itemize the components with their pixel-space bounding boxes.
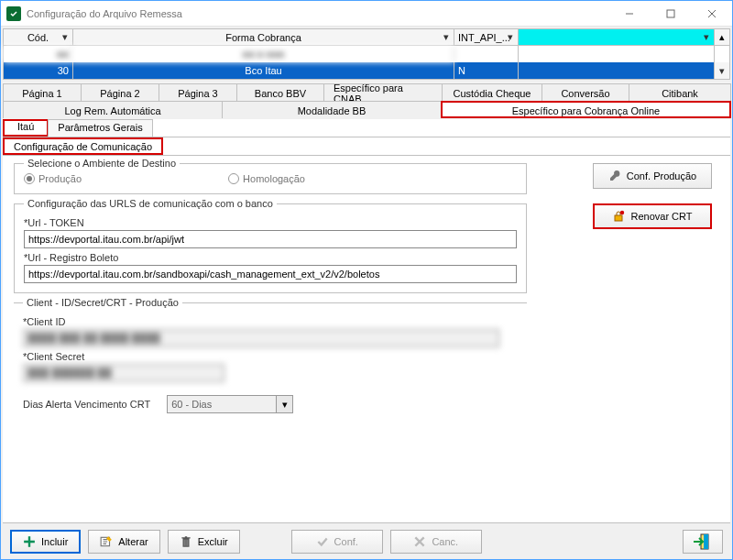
- cell-cod: 30: [4, 62, 73, 79]
- window-title: Configuração do Arquivo Remessa: [27, 8, 608, 19]
- form-left: Selecione o Ambiente de Destino Produção…: [14, 163, 527, 413]
- tab-cnab[interactable]: Específico para CNAB: [323, 83, 443, 101]
- excluir-label: Excluir: [198, 536, 228, 547]
- tab-conversao[interactable]: Conversão: [542, 83, 629, 101]
- remittance-grid: Cód.▾ Forma Cobrança▾ INT_API_...▾ ▾ ▴ ■…: [3, 28, 730, 80]
- chevron-down-icon[interactable]: ▾: [60, 31, 71, 42]
- svg-rect-5: [615, 215, 622, 221]
- titlebar: Configuração do Arquivo Remessa: [1, 1, 732, 27]
- tab-log-rem[interactable]: Log Rem. Automática: [3, 101, 223, 118]
- fieldset-client: Client - ID/Secret/CRT - Produção *Clien…: [14, 302, 527, 413]
- col-header-int[interactable]: INT_API_...▾: [454, 29, 519, 46]
- grid-header: Cód.▾ Forma Cobrança▾ INT_API_...▾ ▾ ▴: [4, 29, 729, 46]
- tabs-level2: Log Rem. Automática Modalidade BB Especí…: [3, 100, 730, 117]
- bottom-toolbar: Incluir Alterar Excluir Conf. Canc.: [3, 522, 730, 559]
- dias-crt-value: 60 - Dias: [167, 395, 277, 413]
- conf-button: Conf.: [291, 530, 383, 554]
- app-window: Configuração do Arquivo Remessa Cód.▾ Fo…: [0, 0, 733, 560]
- app-icon: [6, 6, 21, 21]
- scroll-up-icon[interactable]: ▴: [715, 29, 729, 46]
- svg-rect-9: [704, 534, 708, 549]
- tabs-level1: Página 1 Página 2 Página 3 Banco BBV Esp…: [3, 82, 730, 100]
- table-row[interactable]: ■■ ■■ ■ ■■■: [4, 46, 729, 62]
- cell-cod: ■■: [4, 46, 73, 62]
- tab-banco-bbv[interactable]: Banco BBV: [236, 83, 324, 101]
- radio-producao-label: Produção: [38, 173, 82, 184]
- exit-icon: [693, 533, 713, 550]
- chevron-down-icon[interactable]: ▾: [277, 395, 293, 413]
- fieldset-urls: Configuração das URLS de comunicação com…: [14, 203, 527, 293]
- chevron-down-icon[interactable]: ▾: [505, 31, 516, 42]
- incluir-button[interactable]: Incluir: [10, 530, 81, 554]
- cell-int: N: [454, 62, 519, 79]
- tab-pagina1[interactable]: Página 1: [3, 83, 82, 101]
- cell-blank: [519, 46, 715, 62]
- tab-pagina2[interactable]: Página 2: [81, 83, 159, 101]
- label-client-id: *Client ID: [23, 316, 518, 327]
- fieldset-ambiente: Selecione o Ambiente de Destino Produção…: [14, 163, 527, 194]
- col-header-cod-label: Cód.: [27, 32, 49, 43]
- url-token-input[interactable]: [24, 230, 517, 248]
- exit-button[interactable]: [683, 530, 723, 554]
- tabs-level3: Itaú Parâmetros Gerais: [3, 119, 730, 137]
- radio-circle-icon: [228, 173, 239, 184]
- scrollbar[interactable]: [715, 46, 729, 62]
- excluir-button[interactable]: Excluir: [168, 530, 240, 554]
- tab-cobranca-online[interactable]: Específico para Cobrança Online: [441, 101, 731, 118]
- legend-urls: Configuração das URLS de comunicação com…: [24, 198, 277, 209]
- check-icon: [316, 535, 329, 548]
- legend-ambiente: Selecione o Ambiente de Destino: [24, 158, 180, 169]
- alterar-label: Alterar: [118, 536, 148, 547]
- legend-client: Client - ID/Secret/CRT - Produção: [23, 297, 182, 308]
- radio-circle-icon: [24, 173, 35, 184]
- wrench-icon: [608, 170, 621, 182]
- client-secret-input[interactable]: [23, 364, 224, 382]
- incluir-label: Incluir: [41, 536, 68, 547]
- tab-config-comunicacao[interactable]: Configuração de Comunicação: [3, 137, 163, 155]
- canc-button: Canc.: [390, 530, 482, 554]
- tab-citibank[interactable]: Citibank: [629, 83, 731, 101]
- conf-label: Conf.: [334, 536, 358, 547]
- label-client-secret: *Client Secret: [23, 351, 518, 362]
- maximize-button[interactable]: [650, 1, 691, 27]
- url-boleto-input[interactable]: [24, 265, 517, 283]
- close-button[interactable]: [691, 1, 732, 27]
- conf-producao-label: Conf. Produção: [627, 170, 696, 181]
- label-dias-crt: Dias Alerta Vencimento CRT: [23, 399, 150, 410]
- cell-forma: Bco Itau: [73, 62, 454, 79]
- table-row-selected[interactable]: 30 Bco Itau N ▾: [4, 62, 729, 79]
- plus-icon: [23, 535, 36, 548]
- label-url-token: *Url - TOKEN: [24, 217, 517, 228]
- tab-parametros-gerais[interactable]: Parâmetros Gerais: [48, 119, 152, 137]
- client-id-input[interactable]: [23, 329, 499, 347]
- tab-modalidade-bb[interactable]: Modalidade BB: [222, 101, 442, 118]
- col-header-cod[interactable]: Cód.▾: [4, 29, 73, 46]
- canc-label: Canc.: [432, 536, 458, 547]
- tab-itau[interactable]: Itaú: [3, 119, 49, 137]
- minimize-button[interactable]: [608, 1, 650, 27]
- alterar-button[interactable]: Alterar: [88, 530, 159, 554]
- tabs-level4: Configuração de Comunicação: [3, 137, 730, 156]
- content-area: Cód.▾ Forma Cobrança▾ INT_API_...▾ ▾ ▴ ■…: [1, 27, 732, 559]
- renovar-crt-button[interactable]: Renovar CRT: [593, 203, 712, 229]
- cell-blank: [519, 62, 715, 79]
- cell-forma: ■■ ■ ■■■: [73, 46, 454, 62]
- side-buttons: Conf. Produção Renovar CRT: [593, 163, 712, 229]
- chevron-down-icon[interactable]: ▾: [441, 31, 452, 42]
- lock-refresh-icon: [612, 210, 625, 223]
- radio-homologacao[interactable]: Homologação: [228, 173, 305, 184]
- scroll-down-icon[interactable]: ▾: [715, 62, 729, 79]
- col-header-forma[interactable]: Forma Cobrança▾: [73, 29, 454, 46]
- cell-int: [454, 46, 519, 62]
- col-header-blank[interactable]: ▾: [519, 29, 715, 46]
- renovar-crt-label: Renovar CRT: [630, 211, 692, 222]
- svg-rect-2: [667, 10, 674, 17]
- tab-custodia[interactable]: Custódia Cheque: [442, 83, 542, 101]
- radio-producao[interactable]: Produção: [24, 173, 82, 184]
- dias-crt-select[interactable]: 60 - Dias ▾: [167, 395, 293, 413]
- tab-pagina3[interactable]: Página 3: [159, 83, 237, 101]
- label-url-boleto: *Url - Registro Boleto: [24, 252, 517, 263]
- col-header-forma-label: Forma Cobrança: [225, 32, 301, 43]
- chevron-down-icon[interactable]: ▾: [701, 31, 712, 42]
- conf-producao-button[interactable]: Conf. Produção: [593, 163, 712, 189]
